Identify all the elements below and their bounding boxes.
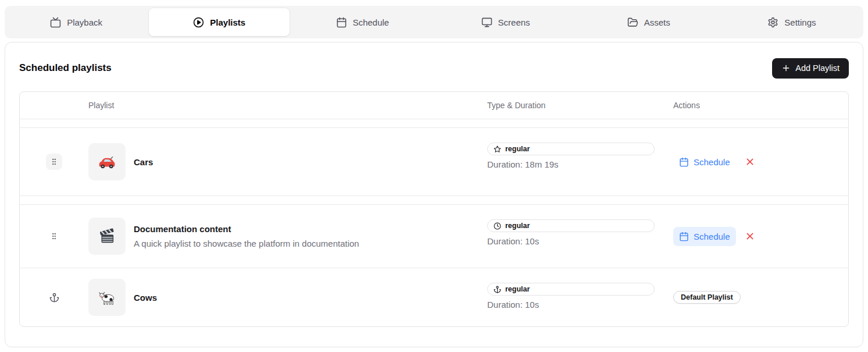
type-badge-label: regular bbox=[505, 145, 530, 153]
schedule-label: Schedule bbox=[694, 157, 730, 167]
playlists-table: Playlist Type & Duration Actions bbox=[19, 91, 849, 327]
car-emoji bbox=[97, 152, 117, 172]
play-circle-icon bbox=[193, 17, 204, 28]
duration-text: Duration: 10s bbox=[487, 236, 655, 246]
type-badge: regular bbox=[487, 283, 655, 296]
tab-settings[interactable]: Settings bbox=[721, 8, 862, 36]
cow-emoji bbox=[97, 287, 117, 307]
table-row: Cows regular Duration: 10s Default Playl… bbox=[20, 268, 848, 326]
tab-playlists[interactable]: Playlists bbox=[149, 8, 290, 36]
playlist-thumbnail bbox=[88, 279, 126, 316]
tv-icon bbox=[50, 17, 61, 28]
top-nav: Playback Playlists Schedule Screens Asse… bbox=[5, 6, 863, 38]
add-playlist-button[interactable]: Add Playlist bbox=[772, 58, 849, 79]
tab-playback[interactable]: Playback bbox=[6, 8, 147, 36]
type-badge: regular bbox=[487, 143, 655, 155]
default-playlist-badge: Default Playlist bbox=[673, 291, 741, 304]
playlist-title: Cars bbox=[134, 157, 153, 167]
schedule-button[interactable]: Schedule bbox=[673, 227, 736, 246]
schedule-button[interactable]: Schedule bbox=[673, 152, 736, 172]
gear-icon bbox=[767, 17, 778, 28]
playlist-description: A quick playlist to showcase the platfor… bbox=[134, 239, 359, 248]
column-header-type-duration: Type & Duration bbox=[487, 101, 673, 110]
tab-label: Assets bbox=[644, 17, 670, 27]
add-playlist-label: Add Playlist bbox=[795, 63, 840, 73]
remove-button[interactable] bbox=[744, 156, 756, 168]
playlist-title: Documentation content bbox=[134, 224, 359, 234]
duration-text: Duration: 10s bbox=[487, 300, 655, 310]
tab-assets[interactable]: Assets bbox=[578, 8, 719, 36]
playlist-thumbnail bbox=[88, 143, 126, 180]
star-icon bbox=[494, 145, 501, 153]
tab-label: Playback bbox=[67, 17, 102, 27]
drag-handle[interactable] bbox=[46, 154, 62, 170]
table-header-row: Playlist Type & Duration Actions bbox=[20, 92, 848, 119]
tab-label: Schedule bbox=[353, 17, 390, 27]
drop-zone-spacer bbox=[20, 196, 848, 205]
monitor-icon bbox=[481, 17, 492, 28]
clock-icon bbox=[494, 222, 501, 230]
anchor-icon bbox=[494, 286, 501, 293]
anchored-row-indicator bbox=[46, 289, 62, 305]
type-badge-label: regular bbox=[505, 285, 530, 293]
x-icon bbox=[745, 232, 755, 241]
table-row: Documentation content A quick playlist t… bbox=[20, 205, 848, 268]
duration-text: Duration: 18m 19s bbox=[487, 159, 655, 169]
tab-label: Screens bbox=[498, 17, 530, 27]
type-badge: regular bbox=[487, 219, 655, 232]
x-icon bbox=[745, 157, 755, 166]
table-row: Cars regular Duration: 18m 19s Schedul bbox=[20, 128, 848, 196]
schedule-label: Schedule bbox=[694, 232, 730, 241]
type-badge-label: regular bbox=[505, 222, 530, 230]
calendar-icon bbox=[336, 17, 347, 28]
playlist-thumbnail bbox=[88, 218, 126, 255]
column-header-playlist: Playlist bbox=[88, 101, 487, 110]
calendar-icon bbox=[679, 157, 689, 167]
tab-label: Settings bbox=[784, 17, 816, 27]
grip-dots-icon bbox=[50, 157, 58, 166]
plus-icon bbox=[781, 63, 791, 73]
folder-open-icon bbox=[627, 17, 638, 28]
column-header-actions: Actions bbox=[673, 101, 848, 110]
clapperboard-emoji bbox=[97, 226, 117, 246]
card-header: Scheduled playlists Add Playlist bbox=[19, 56, 849, 80]
tab-screens[interactable]: Screens bbox=[435, 8, 576, 36]
page-title: Scheduled playlists bbox=[19, 62, 112, 74]
main-card: Scheduled playlists Add Playlist Playlis… bbox=[5, 42, 863, 347]
playlist-title: Cows bbox=[134, 293, 157, 303]
tab-label: Playlists bbox=[210, 17, 245, 27]
calendar-icon bbox=[679, 232, 689, 241]
tab-schedule[interactable]: Schedule bbox=[292, 8, 433, 36]
drag-handle[interactable] bbox=[46, 228, 62, 244]
remove-button[interactable] bbox=[744, 230, 756, 242]
drop-zone-spacer bbox=[20, 119, 848, 128]
grip-dots-icon bbox=[50, 232, 58, 241]
anchor-icon bbox=[49, 293, 59, 303]
